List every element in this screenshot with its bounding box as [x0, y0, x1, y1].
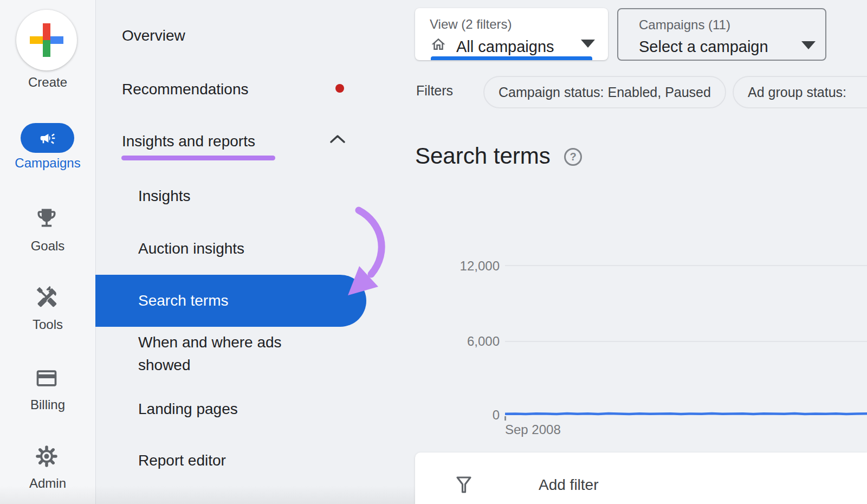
view-selector[interactable]: View (2 filters) All campaigns	[415, 8, 608, 60]
active-selector-indicator	[431, 56, 592, 60]
help-icon[interactable]: ?	[564, 148, 582, 166]
nav-item-auction-insights[interactable]: Auction insights	[138, 240, 244, 257]
gridline	[505, 341, 867, 342]
x-axis-label: Sep 2008	[505, 422, 561, 437]
view-selector-label: View (2 filters)	[430, 17, 512, 32]
nav-item-when-and-where-ads-showed[interactable]: When and where ads showed	[138, 331, 312, 377]
gridline	[505, 265, 867, 266]
sidebar-item-campaigns-label[interactable]: Campaigns	[0, 156, 95, 171]
y-axis-tick-0: 0	[423, 408, 500, 423]
y-axis-tick-12000: 12,000	[423, 259, 500, 274]
sidebar-item-billing-label[interactable]: Billing	[0, 397, 95, 412]
sidebar-item-tools-label[interactable]: Tools	[0, 317, 95, 332]
add-filter-bar[interactable]: Add filter	[415, 453, 867, 504]
add-filter-label: Add filter	[539, 476, 599, 494]
notification-dot	[335, 84, 344, 93]
campaign-selector[interactable]: Campaigns (11) Select a campaign	[617, 8, 826, 61]
campaign-selector-value: Select a campaign	[639, 38, 768, 56]
trophy-icon[interactable]	[35, 206, 59, 230]
create-button[interactable]	[16, 10, 77, 70]
nav-item-insights[interactable]: Insights	[138, 188, 191, 205]
page-title: Search terms	[415, 143, 551, 169]
nav-item-landing-pages[interactable]: Landing pages	[138, 400, 238, 418]
megaphone-icon	[39, 130, 56, 147]
sidebar-item-goals-label[interactable]: Goals	[0, 238, 95, 254]
tools-icon[interactable]	[35, 285, 59, 309]
google-plus-icon	[30, 23, 63, 57]
google-ads-app: Create Campaigns Goals Tools Billing Adm…	[0, 0, 867, 504]
filter-chip-ad-group-status[interactable]: Ad group status:	[733, 76, 867, 108]
home-icon	[430, 36, 447, 53]
create-label: Create	[0, 75, 95, 90]
filter-chip-campaign-status[interactable]: Campaign status: Enabled, Paused	[483, 76, 726, 108]
nav-item-search-terms-label: Search terms	[138, 275, 229, 327]
drawer-bottom-shadow	[0, 486, 415, 504]
filter-funnel-icon	[454, 475, 474, 495]
view-selector-value: All campaigns	[456, 38, 554, 56]
nav-item-overview[interactable]: Overview	[122, 27, 185, 44]
filters-label: Filters	[416, 83, 453, 99]
gear-icon[interactable]	[35, 444, 59, 468]
nav-item-report-editor[interactable]: Report editor	[138, 452, 226, 469]
purple-underline-annotation	[121, 156, 275, 160]
nav-item-insights-and-reports[interactable]: Insights and reports	[122, 133, 255, 150]
nav-item-recommendations[interactable]: Recommendations	[122, 81, 248, 98]
sidebar-item-campaigns[interactable]	[21, 123, 74, 153]
credit-card-icon[interactable]	[35, 366, 59, 390]
y-axis-tick-6000: 6,000	[423, 334, 500, 349]
purple-arrow-annotation	[325, 202, 390, 301]
caret-down-icon[interactable]	[801, 41, 816, 49]
chevron-up-icon[interactable]	[329, 134, 346, 144]
caret-down-icon[interactable]	[581, 40, 595, 48]
campaign-selector-label: Campaigns (11)	[639, 17, 730, 33]
